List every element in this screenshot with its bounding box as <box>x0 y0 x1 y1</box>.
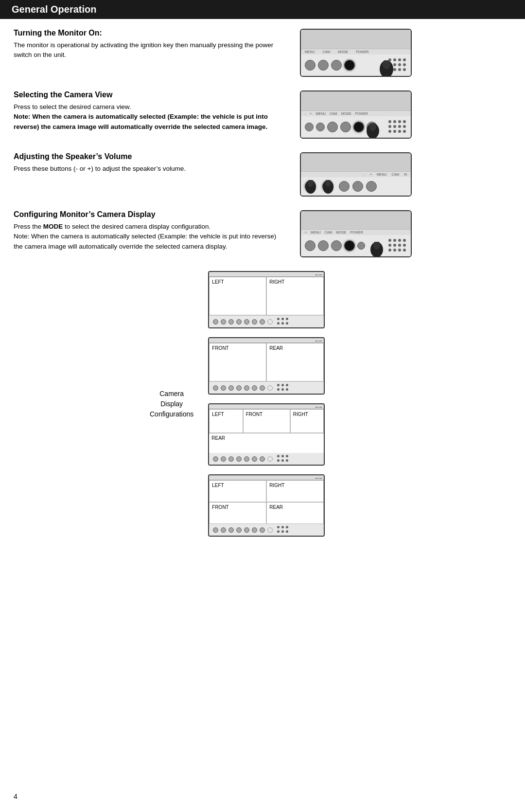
cam-dot-4 <box>236 319 242 325</box>
cam-display-section: CameraDisplayConfigurations ▬ ▬ LEFT RIG… <box>14 271 511 537</box>
label-plus: + <box>310 112 312 115</box>
label-cam: CAM <box>323 50 331 54</box>
cam-config-1-bottom <box>209 316 324 327</box>
btn-minus-2[interactable] <box>305 123 314 131</box>
hand-icon-4 <box>368 242 385 257</box>
btn-menu-1[interactable] <box>305 60 315 71</box>
cam-dot-3-5 <box>244 456 249 462</box>
cam-configs: ▬ ▬ LEFT RIGHT <box>208 271 325 537</box>
monitor-labels-3: - + MENU CAM M <box>301 172 411 177</box>
label-menu: MENU <box>305 50 315 54</box>
label-mode: MODE <box>338 50 348 54</box>
monitor-screen-3 <box>301 153 411 172</box>
section-speaker-volume-image: - + MENU CAM M <box>298 152 414 197</box>
cam-config-2: ▬ ▬ FRONT REAR <box>208 337 325 395</box>
btn-menu-3[interactable] <box>339 181 350 192</box>
monitor-3: - + MENU CAM M <box>300 152 412 197</box>
cam-dot-2-5 <box>244 385 249 391</box>
camera-view-body-text: Press to select the desired camera view. <box>14 103 131 110</box>
btn-minus-highlight-wrap <box>305 181 315 192</box>
label-plus3: + <box>370 173 372 176</box>
cam-dot-3-4 <box>236 456 242 462</box>
monitor-labels-4: + MENU CAM MODE POWER <box>301 230 411 235</box>
cam-config-3-grid: LEFT FRONT RIGHT REAR <box>209 409 324 453</box>
cam-cell-right: RIGHT <box>266 277 324 315</box>
btn-plus-highlight-wrap <box>322 181 333 192</box>
cam-display-label: CameraDisplayConfigurations <box>150 271 193 537</box>
cam-dot-7 <box>260 319 265 325</box>
label-cam2: CAM <box>330 112 337 115</box>
monitor-2: - + MENU CAM MODE POWER <box>300 90 412 139</box>
section-turning-on-title: Turning the Monitor On: <box>14 29 286 37</box>
section-turning-on: Turning the Monitor On: The monitor is o… <box>14 29 511 77</box>
btn-mode-4[interactable] <box>344 240 355 251</box>
camera-display-note: Note: When the camera is automatically s… <box>14 233 276 250</box>
cam-dot-2-2 <box>221 385 226 391</box>
btn-m1-4[interactable] <box>305 240 315 251</box>
monitor-4: + MENU CAM MODE POWER <box>300 210 412 257</box>
hand-icon-2 <box>364 123 382 139</box>
label-menu2: MENU <box>315 112 326 115</box>
btn-cam-2[interactable] <box>340 122 351 132</box>
cam-dots-small-4 <box>277 526 289 534</box>
header-title: General Operation <box>12 4 97 15</box>
section-camera-view-text: Selecting the Camera View Press to selec… <box>14 90 286 139</box>
cam-dot-4-7 <box>260 527 265 533</box>
cam-dot-3-8 <box>267 456 273 462</box>
cam-config-2-bottom <box>209 382 324 394</box>
body-bold: MODE <box>43 223 63 230</box>
cam-dot-3-1 <box>213 456 218 462</box>
section-speaker-volume: Adjusting the Speaker’s Volume Press the… <box>14 152 511 197</box>
btn-cam-1[interactable] <box>318 60 329 71</box>
cam-cell-3-rear: REAR <box>211 435 225 441</box>
cam-config-1-grid: LEFT RIGHT <box>209 277 324 316</box>
section-camera-display-title: Configuring Monitor’s Camera Display <box>14 210 286 219</box>
btn-menu-2[interactable] <box>327 122 338 132</box>
section-turning-on-body: The monitor is operational by activating… <box>14 40 286 60</box>
cam-cell-4-front: FRONT <box>209 502 266 524</box>
cam-cell-rear: REAR <box>266 343 324 381</box>
cam-dot-4-1 <box>213 527 218 533</box>
cam-cell-front: FRONT <box>209 343 266 381</box>
monitor-controls-2 <box>301 116 411 138</box>
btn-mode-3[interactable] <box>366 181 377 192</box>
cam-dot-4-5 <box>244 527 249 533</box>
dots-group-4 <box>388 239 407 253</box>
cam-cell-4-rear: REAR <box>266 502 324 524</box>
label-menu3: MENU <box>377 173 387 176</box>
label-menu4: MENU <box>311 231 321 234</box>
section-camera-display-body: Press the MODE to select the desired cam… <box>14 222 286 252</box>
hand-icon-3a <box>303 180 318 196</box>
camera-view-note: Note: When the camera is automatically s… <box>14 113 268 130</box>
btn-power-4[interactable] <box>357 242 365 250</box>
cam-dot-2 <box>221 319 226 325</box>
label-mode2: MODE <box>341 112 351 115</box>
btn-mode-1[interactable] <box>331 60 342 71</box>
btn-power-1[interactable] <box>344 60 355 71</box>
cam-dot-2-6 <box>252 385 257 391</box>
cam-dot-4-3 <box>228 527 234 533</box>
btn-m2-4[interactable] <box>318 240 329 251</box>
label-cam3: CAM <box>392 173 400 176</box>
cam-dot-3-3 <box>228 456 234 462</box>
monitor-screen-2 <box>301 91 411 111</box>
label-power: POWER <box>356 50 368 54</box>
btn-plus-2[interactable] <box>316 123 325 131</box>
cam-dot-4-6 <box>252 527 257 533</box>
label-minus3: - <box>364 173 365 176</box>
cam-config-4-topbar: ▬ ▬ <box>209 475 324 480</box>
label-mode4: MODE <box>336 231 346 234</box>
btn-mode-2[interactable] <box>353 122 364 132</box>
cam-dot-2-1 <box>213 385 218 391</box>
section-camera-view-title: Selecting the Camera View <box>14 90 286 99</box>
cam-config-1: ▬ ▬ LEFT RIGHT <box>208 271 325 328</box>
cam-cell-4-left: LEFT <box>209 480 266 502</box>
cam-cell-4-right: RIGHT <box>266 480 324 502</box>
cam-dot-5 <box>244 319 249 325</box>
btn-m3-4[interactable] <box>331 240 342 251</box>
label-m3: M <box>404 173 407 176</box>
cam-config-2-topbar: ▬ ▬ <box>209 338 324 343</box>
btn-cam-3[interactable] <box>352 181 363 192</box>
cam-dot-4-2 <box>221 527 226 533</box>
cam-3-top-row: LEFT FRONT RIGHT <box>209 409 324 433</box>
